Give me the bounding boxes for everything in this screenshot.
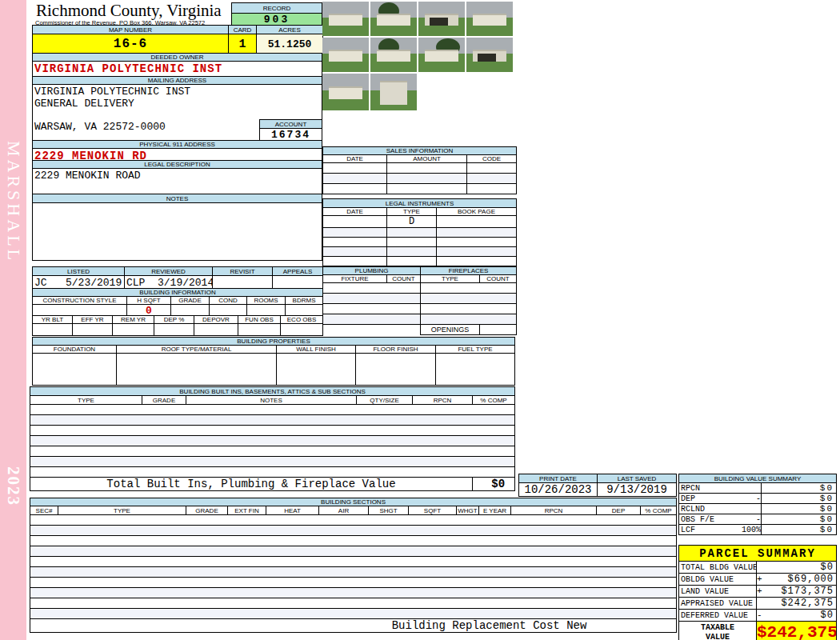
property-photo-9[interactable]: [322, 74, 369, 110]
notes-value[interactable]: [33, 203, 322, 261]
map-number-value[interactable]: 16-6: [33, 34, 229, 54]
property-photo-3[interactable]: [418, 2, 465, 36]
property-photo-8[interactable]: [466, 38, 513, 72]
building-sections-footer: Building Replacement Cost New: [30, 619, 677, 633]
page-title: Richmond County, Virginia: [36, 1, 244, 21]
account-box[interactable]: ACCOUNT 16734: [259, 119, 322, 141]
fireplace-cell[interactable]: [421, 304, 517, 314]
li-date-value[interactable]: [323, 216, 387, 228]
bvs-label: OBS F/E: [679, 514, 742, 525]
li-cell[interactable]: [437, 238, 517, 247]
card-value[interactable]: 1: [229, 34, 257, 54]
building-value-summary-table: BUILDING VALUE SUMMARY RPCN $0 DEP - $0 …: [678, 474, 837, 535]
appeals-label: APPEALS: [273, 267, 323, 276]
sales-cell[interactable]: [387, 163, 467, 174]
eff-yr-value[interactable]: [73, 324, 113, 336]
foundation-value[interactable]: [33, 354, 117, 386]
fireplace-cell[interactable]: [421, 314, 517, 325]
property-photo-5[interactable]: [322, 38, 369, 72]
table-row: [30, 598, 677, 609]
li-cell[interactable]: [387, 238, 437, 247]
sales-cell[interactable]: [323, 174, 387, 184]
plumbing-cell[interactable]: [323, 283, 421, 294]
acres-value[interactable]: 51.1250: [257, 34, 323, 54]
plumbing-fireplaces-table: PLUMBING FIREPLACES FIXTURE COUNT TYPE C…: [322, 266, 517, 335]
legal-description-value[interactable]: 2229 MENOKIN ROAD: [33, 169, 322, 194]
bvs-op: 100%: [742, 525, 762, 535]
building-information-title: BUILDING INFORMATION: [33, 289, 323, 297]
li-cell[interactable]: [323, 228, 387, 238]
openings-value[interactable]: [480, 325, 517, 335]
property-photo-7[interactable]: [418, 38, 465, 72]
sales-cell[interactable]: [387, 174, 467, 184]
col-bi-rpcn: RPCN: [413, 396, 473, 405]
property-photo-6[interactable]: [370, 38, 417, 72]
col-whgt: WHGT: [457, 506, 479, 515]
ps-value: $173,375: [771, 586, 837, 598]
plumbing-cell[interactable]: [323, 314, 421, 325]
legal-instruments-title: LEGAL INSTRUMENTS: [323, 199, 517, 208]
fireplace-cell[interactable]: [421, 283, 517, 294]
li-cell[interactable]: [323, 238, 387, 247]
li-cell[interactable]: [323, 257, 387, 266]
deeded-owner-value[interactable]: VIRGINIA POLYTECHNIC INST: [33, 62, 322, 77]
account-label: ACCOUNT: [260, 120, 322, 129]
li-cell[interactable]: [323, 247, 387, 257]
table-row: [30, 536, 677, 546]
roof-type-value[interactable]: [117, 354, 277, 386]
sales-cell[interactable]: [467, 174, 517, 184]
print-date-label: PRINT DATE: [519, 474, 598, 483]
dep-pct-value[interactable]: [154, 324, 194, 336]
table-row: [30, 588, 677, 598]
plumbing-cell[interactable]: [323, 294, 421, 304]
eco-obs-value[interactable]: [281, 324, 323, 336]
table-row: [30, 446, 515, 457]
fireplaces-title: FIREPLACES: [421, 267, 517, 275]
floor-finish-value[interactable]: [356, 354, 436, 386]
col-bi-type: TYPE: [30, 396, 142, 405]
sales-cell[interactable]: [323, 163, 387, 174]
building-sections-table: BUILDING SECTIONS SEC# TYPE GRADE EXT FI…: [30, 498, 677, 633]
col-construction-style: CONSTRUCTION STYLE: [33, 297, 127, 305]
col-li-date: DATE: [323, 208, 387, 216]
col-li-bookpage: BOOK PAGE: [437, 208, 517, 216]
li-cell[interactable]: [387, 247, 437, 257]
col-yr-blt: YR BLT: [33, 316, 73, 324]
vendor-name-vertical: MARSHALL: [0, 126, 26, 278]
li-type-value[interactable]: D: [387, 216, 437, 228]
col-li-type: TYPE: [387, 208, 437, 216]
wall-finish-value[interactable]: [277, 354, 356, 386]
property-photo-10[interactable]: [370, 74, 417, 110]
li-cell[interactable]: [437, 247, 517, 257]
yr-blt-value[interactable]: [33, 324, 73, 336]
depovr-value[interactable]: [194, 324, 238, 336]
property-photo-4[interactable]: [466, 2, 513, 36]
sales-cell[interactable]: [467, 163, 517, 174]
li-cell[interactable]: [387, 228, 437, 238]
sales-cell[interactable]: [467, 184, 517, 194]
reviewed-label: REVIEWED: [125, 267, 213, 276]
property-photo-2[interactable]: [370, 2, 417, 36]
sales-cell[interactable]: [323, 184, 387, 194]
li-cell[interactable]: [387, 257, 437, 266]
sales-cell[interactable]: [387, 184, 467, 194]
fireplace-cell[interactable]: [421, 294, 517, 304]
ps-label: TOTAL BLDG VALUE: [679, 562, 757, 574]
print-info-table: PRINT DATE LAST SAVED 10/26/2023 9/13/20…: [518, 474, 677, 497]
fuel-type-value[interactable]: [436, 354, 515, 386]
property-photo-1[interactable]: [322, 2, 369, 36]
li-cell[interactable]: [437, 228, 517, 238]
mailing-line-1: VIRGINIA POLYTECHNIC INST: [33, 85, 322, 98]
col-plumbing-count: COUNT: [387, 275, 421, 283]
sales-information-table: SALES INFORMATION DATE AMOUNT CODE: [322, 146, 517, 194]
fun-obs-value[interactable]: [238, 324, 281, 336]
mailing-address-cell[interactable]: VIRGINIA POLYTECHNIC INST GENERAL DELIVE…: [33, 85, 322, 141]
rem-yr-value[interactable]: [113, 324, 154, 336]
plumbing-cell[interactable]: [323, 304, 421, 314]
li-bookpage-value[interactable]: [437, 216, 517, 228]
table-row: [30, 578, 677, 588]
col-cond: COND: [210, 297, 247, 305]
li-cell[interactable]: [437, 257, 517, 266]
ps-value: $0: [771, 610, 837, 622]
taxable-value: $242,375: [757, 622, 837, 640]
